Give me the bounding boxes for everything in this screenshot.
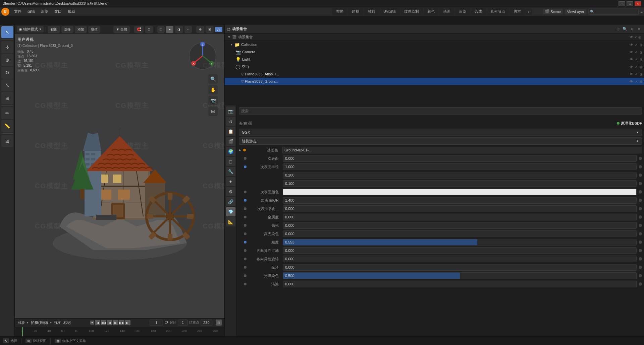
global-search-bar[interactable]: 🔍 [588,9,639,15]
jump-end-btn[interactable]: ▶| [125,320,130,325]
outliner-item-camera[interactable]: 📷 Camera 👁 ✓ ◎ [225,48,644,56]
workspace-tab-sculpt[interactable]: 雕刻 [364,8,379,15]
spec-tint-value[interactable]: 0.000 [283,230,637,237]
outliner-filter-btn[interactable]: ⊞ [615,26,621,32]
add-object-tool[interactable]: ⊞ [1,135,13,147]
nav-camera[interactable]: 📷 [208,96,218,105]
outliner-item-plane-ground[interactable]: ▽ Plane3033_Groun... 👁 ✓ ◎ [225,78,644,85]
scene-render-icon[interactable]: ◎ [638,35,641,39]
workspace-tab-scripting[interactable]: 脚本 [509,8,525,15]
collection-eye[interactable]: 👁 [630,43,633,47]
collection-render[interactable]: ◎ [640,43,643,47]
snap-button[interactable]: 🧲 [134,26,144,33]
annotate-tool[interactable]: ✏ [1,107,13,119]
outliner-search-btn[interactable]: 🔍 [622,26,628,32]
end-frame-input[interactable]: 250 [201,320,212,326]
timeline-cache-button[interactable]: ⊟ [216,320,222,326]
clearcoat-value[interactable]: 0.000 [283,281,637,287]
menu-edit[interactable]: 编辑 [25,7,38,16]
outliner-item-collection[interactable]: ▼ 📁 Collection 👁 ✓ ◎ [225,41,644,48]
base-color-value[interactable]: Ground-02-01-... [282,147,642,153]
prop-tab-particles[interactable]: ✦ [226,177,235,186]
workspace-tab-modeling[interactable]: 建模 [348,8,363,15]
prop-tab-material[interactable]: 💎 [226,207,235,216]
cursor-tool[interactable]: ✛ [1,41,13,53]
workspace-tab-compositing[interactable]: 合成 [471,8,486,15]
empty-eye[interactable]: 👁 [630,65,633,69]
workspace-tab-layout[interactable]: 布局 [332,8,347,15]
selecttype-button[interactable]: 八 [215,27,222,32]
timeline-keying-dropdown[interactable]: 拍摄(插帧) ▼ [31,320,52,325]
ss-aniso-value[interactable]: 0.000 [283,205,637,212]
scene-select-icon[interactable]: ✓ [634,35,637,39]
viewport-3d[interactable]: CG模型主 CG模型主 CG模型主 CG模型主 CG模型主 CG模型主 CG模型… [15,34,224,318]
current-frame-input[interactable]: 1 [150,320,163,326]
plane-ground-render[interactable]: ◎ [640,80,643,83]
empty-render[interactable]: ◎ [640,65,643,69]
xray-button[interactable]: ⊠ [206,26,214,33]
overlays-button[interactable]: ⊕ [196,26,204,33]
wireframe-button[interactable]: □ [157,26,165,33]
minimize-button[interactable]: — [619,1,625,6]
prop-tab-constraints[interactable]: 🔗 [226,197,235,206]
outliner-menu-btn[interactable]: ≡ [636,26,642,32]
timeline-playback-dropdown[interactable]: 回放 ▼ [17,320,29,325]
record-btn[interactable]: ● [90,321,94,325]
base-color-expand[interactable]: ▶ [239,148,241,152]
plane-atlas-select[interactable]: ✓ [635,72,638,76]
aniso-rot-value[interactable]: 0.000 [283,256,637,262]
rotate-tool[interactable]: ↻ [1,67,13,79]
prop-tab-view-layer[interactable]: 📋 [226,127,235,136]
menu-help[interactable]: 帮助 [65,7,78,16]
solid-button[interactable]: ● [166,26,173,33]
subsurface-method-dropdown[interactable]: 随机游走 ▼ [239,137,642,145]
object-mode-selector[interactable]: ◉ 物体模式 ▼ [17,26,44,32]
outliner-item-empty[interactable]: ◯ 空白 👁 ✓ ◎ [225,63,644,70]
plane-ground-eye[interactable]: 👁 [630,80,633,83]
nav-zoom[interactable]: 🔍 [208,74,218,84]
menu-window[interactable]: 窗口 [52,7,64,16]
plane-atlas-eye[interactable]: 👁 [630,72,633,76]
ss-radius-value[interactable]: 1.000 [283,163,637,170]
object-menu[interactable]: 物体 [88,26,100,33]
plane-ground-select[interactable]: ✓ [635,80,638,83]
scene-eye-icon[interactable]: 👁 [630,35,633,39]
rendered-button[interactable]: ○ [184,26,192,33]
jump-start-btn[interactable]: |◀ [95,320,100,325]
sheen-tint-value[interactable]: 0.500 [283,272,637,279]
nav-pan[interactable]: ✋ [208,85,218,94]
plane-atlas-render[interactable]: ◎ [640,72,643,76]
prop-tab-modifiers[interactable]: 🔧 [226,167,235,176]
viewport-gizmo[interactable]: Z X Y [187,41,218,71]
light-render[interactable]: ◎ [640,58,643,61]
prop-tab-data[interactable]: 📐 [226,217,235,226]
prop-tab-physics[interactable]: ⚙ [226,187,235,196]
timeline-view-dropdown[interactable]: 视图 [54,320,61,325]
start-frame-input[interactable]: 1 [178,320,188,326]
ss-ior-value[interactable]: 1.400 [283,197,637,204]
move-tool[interactable]: ⊕ [1,54,13,66]
subsurface-value[interactable]: 0.000 [283,155,637,162]
select-menu[interactable]: 选择 [61,26,73,33]
filter-icon[interactable]: ≡ [641,10,643,14]
nav-grid[interactable]: ⊞ [208,107,218,116]
view-menu[interactable]: 视图 [48,26,60,33]
outliner-item-light[interactable]: 💡 Light 👁 ✓ ◎ [225,56,644,63]
prev-frame-btn[interactable]: ◀◀ [101,320,106,325]
filter-selector[interactable]: ▼ 全属 [113,26,130,33]
outliner-add-btn[interactable]: ⊕ [629,26,635,32]
metallic-value[interactable]: 0.000 [283,214,637,220]
menu-file[interactable]: 文件 [11,7,24,16]
prop-tab-output[interactable]: 🖨 [226,117,235,126]
add-menu[interactable]: 添加 [75,26,87,33]
titlebar-controls[interactable]: — □ ✕ [619,1,641,6]
ss02-value[interactable]: 0.200 [283,172,637,179]
menu-render[interactable]: 渲染 [38,7,51,16]
viewlayer-selector[interactable]: ViewLayer [565,9,586,14]
timeline-marker-dropdown[interactable]: 标记 [63,320,71,325]
distribution-dropdown[interactable]: GGX ▼ [239,129,642,136]
specular-value[interactable]: 0.000 [283,222,637,229]
ss-color-swatch[interactable] [283,189,637,195]
play-btn[interactable]: ▶ [113,320,118,325]
workspace-tab-animation[interactable]: 动画 [439,8,454,15]
